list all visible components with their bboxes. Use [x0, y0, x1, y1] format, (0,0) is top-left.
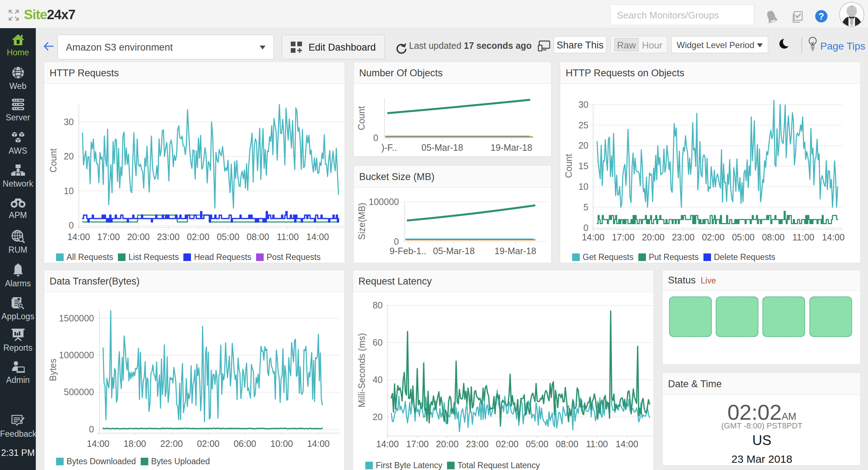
svg-text:15: 15 — [578, 161, 588, 171]
svg-text:20: 20 — [64, 151, 74, 161]
svg-text:10: 10 — [64, 186, 74, 196]
svg-text:17:00: 17:00 — [612, 232, 635, 242]
svg-text:0: 0 — [394, 236, 399, 247]
svg-text:19-Mar-18: 19-Mar-18 — [494, 246, 536, 256]
svg-text:02:00: 02:00 — [702, 232, 725, 242]
svg-text:14:00: 14:00 — [582, 232, 605, 242]
svg-text:10:00: 10:00 — [270, 439, 293, 449]
svg-text:14:00: 14:00 — [822, 232, 845, 242]
svg-text:08:00: 08:00 — [556, 439, 579, 449]
svg-text:Size(MB): Size(MB) — [357, 203, 367, 240]
svg-text:14:00: 14:00 — [67, 232, 90, 242]
svg-text:05-Mar-18: 05-Mar-18 — [421, 142, 463, 153]
svg-text:1000000: 1000000 — [59, 350, 94, 360]
svg-text:Count: Count — [563, 154, 574, 178]
svg-text:17:00: 17:00 — [97, 232, 120, 242]
svg-text:20:00: 20:00 — [642, 232, 665, 242]
svg-text:30: 30 — [578, 99, 588, 110]
svg-text:08:00: 08:00 — [762, 232, 785, 242]
svg-text:05-Mar-18: 05-Mar-18 — [433, 246, 475, 256]
svg-text:22:00: 22:00 — [160, 439, 183, 449]
svg-text:Count: Count — [356, 106, 366, 131]
svg-text:0: 0 — [583, 223, 588, 233]
svg-text:60: 60 — [373, 337, 383, 347]
svg-text:10: 10 — [578, 181, 588, 192]
svg-text:02:00: 02:00 — [187, 232, 210, 242]
svg-text:20:00: 20:00 — [127, 232, 150, 242]
svg-text:14:00: 14:00 — [87, 439, 110, 449]
svg-text:?: ? — [818, 11, 824, 21]
svg-text:14:00: 14:00 — [376, 439, 399, 449]
svg-text:5: 5 — [583, 202, 588, 212]
svg-text:9-Feb-1..: 9-Feb-1.. — [390, 246, 426, 256]
svg-text:Count: Count — [48, 149, 58, 173]
svg-text:17:00: 17:00 — [406, 439, 429, 449]
svg-text:0: 0 — [69, 220, 74, 230]
svg-text:Milli-Seconds (ms): Milli-Seconds (ms) — [357, 333, 367, 407]
svg-text:23:00: 23:00 — [157, 232, 180, 242]
svg-text:08:00: 08:00 — [247, 232, 269, 242]
svg-text:14:00: 14:00 — [616, 439, 638, 449]
svg-text:0: 0 — [373, 133, 378, 143]
svg-text:05:00: 05:00 — [526, 439, 549, 449]
svg-text:0: 0 — [89, 424, 94, 434]
svg-text:11:00: 11:00 — [277, 232, 299, 242]
svg-text:)-F..: )-F.. — [381, 142, 397, 153]
svg-text:500000: 500000 — [64, 387, 94, 397]
svg-text:14:00: 14:00 — [307, 439, 330, 449]
svg-text:23:00: 23:00 — [672, 232, 695, 242]
svg-text:02:00: 02:00 — [496, 439, 519, 449]
svg-text:20:00: 20:00 — [436, 439, 459, 449]
svg-text:80: 80 — [373, 300, 383, 310]
svg-text:30: 30 — [64, 117, 74, 127]
svg-text:40: 40 — [373, 375, 383, 385]
svg-text:18:00: 18:00 — [123, 439, 146, 449]
svg-text:Bytes: Bytes — [48, 359, 58, 381]
svg-text:23:00: 23:00 — [466, 439, 489, 449]
svg-text:20: 20 — [578, 140, 588, 150]
svg-text:20: 20 — [373, 412, 383, 422]
svg-text:11:00: 11:00 — [586, 439, 608, 449]
svg-text:1500000: 1500000 — [59, 313, 94, 323]
svg-text:06:00: 06:00 — [234, 439, 256, 449]
svg-text:100000: 100000 — [369, 197, 399, 207]
svg-text:19-Mar-18: 19-Mar-18 — [490, 142, 532, 153]
svg-text:14:00: 14:00 — [306, 232, 329, 242]
svg-text:02:00: 02:00 — [197, 439, 220, 449]
svg-text:05:00: 05:00 — [217, 232, 239, 242]
svg-text:05:00: 05:00 — [732, 232, 755, 242]
svg-text:25: 25 — [578, 120, 588, 130]
svg-text:11:00: 11:00 — [792, 232, 814, 242]
